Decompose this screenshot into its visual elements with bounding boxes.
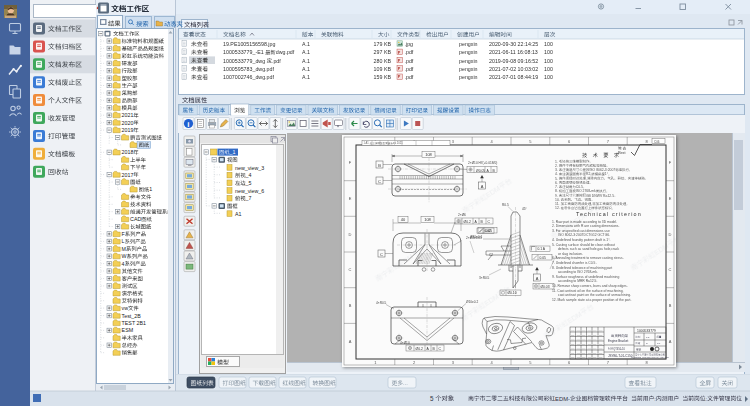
svg-text:P: P	[398, 75, 401, 79]
svg-text:pengxin: pengxin	[459, 41, 478, 47]
svg-text:pengxin: pengxin	[459, 66, 478, 72]
svg-text:.pdf: .pdf	[405, 66, 414, 72]
svg-text:109 KB: 109 KB	[374, 66, 392, 72]
svg-text:280 KB: 280 KB	[374, 58, 392, 64]
svg-text:2021-07-02 10:03:02: 2021-07-02 10:03:02	[489, 66, 538, 72]
svg-text:pengxin: pengxin	[459, 58, 478, 64]
svg-text:2020-09-30 22:14:25: 2020-09-30 22:14:25	[489, 41, 538, 47]
svg-text:.pdf: .pdf	[405, 58, 414, 64]
svg-text:2021-06-11 16:08:13: 2021-06-11 16:08:13	[489, 49, 538, 55]
svg-text:EDM-: EDM-	[555, 396, 570, 402]
svg-text:100: 100	[544, 58, 553, 64]
svg-text:A.1: A.1	[302, 66, 310, 72]
svg-text:A.1: A.1	[302, 41, 310, 47]
svg-text:19.PE1005156598.jpg: 19.PE1005156598.jpg	[223, 41, 275, 47]
svg-text:A.1: A.1	[302, 74, 310, 80]
svg-text:.jpg: .jpg	[405, 41, 414, 47]
svg-text:dwg.pdf: dwg.pdf	[276, 49, 295, 55]
svg-text:1000533779_-E1: 1000533779_-E1	[223, 49, 264, 55]
svg-text:2021-07-01 08:44:19: 2021-07-01 08:44:19	[489, 74, 538, 80]
svg-text:A.1: A.1	[302, 58, 310, 64]
svg-text:2019-09-08 09:16:52: 2019-09-08 09:16:52	[489, 58, 538, 64]
svg-text:1000595783_dwg.pdf: 1000595783_dwg.pdf	[223, 66, 274, 72]
svg-text:.pdf: .pdf	[405, 74, 414, 80]
svg-text:297 KB: 297 KB	[374, 49, 392, 55]
svg-text:P: P	[398, 59, 401, 63]
svg-text:5: 5	[430, 395, 434, 402]
svg-text:159 KB: 159 KB	[374, 74, 392, 80]
svg-text:1007002746_dwg.pdf: 1007002746_dwg.pdf	[223, 74, 274, 80]
svg-text:179 KB: 179 KB	[374, 41, 392, 47]
svg-text:100: 100	[544, 49, 553, 55]
svg-text:100: 100	[544, 74, 553, 80]
svg-text:pengxin: pengxin	[459, 49, 478, 55]
svg-text:pengxin: pengxin	[459, 74, 478, 80]
svg-text:P: P	[398, 51, 401, 55]
svg-text:P: P	[398, 67, 401, 71]
svg-text:1000533779_dwg: 1000533779_dwg	[223, 58, 265, 64]
svg-text:100: 100	[544, 66, 553, 72]
svg-text:.pdf: .pdf	[272, 58, 281, 64]
svg-text:A.1: A.1	[302, 49, 310, 55]
svg-text:.pdf: .pdf	[405, 49, 414, 55]
svg-text:100: 100	[544, 41, 553, 47]
